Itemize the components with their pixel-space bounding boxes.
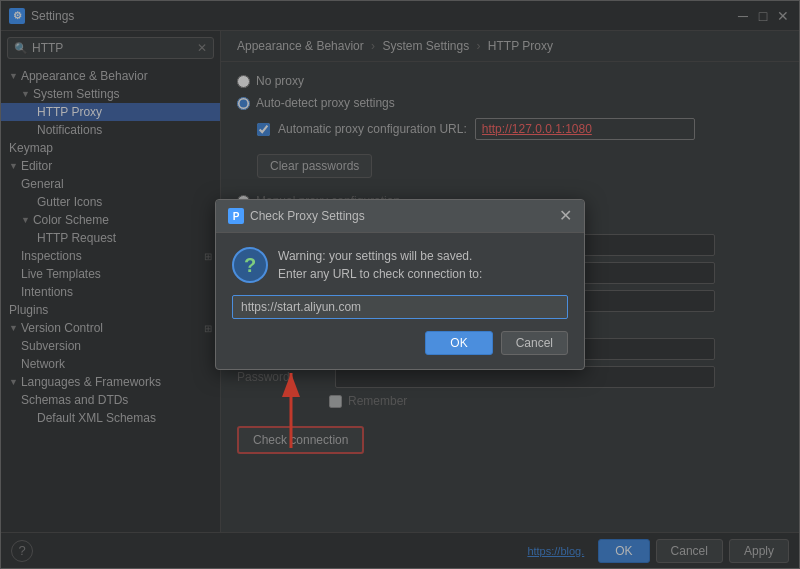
dialog-overlay: P Check Proxy Settings ✕ ? Warning: your… bbox=[1, 1, 799, 568]
dialog-title-bar: P Check Proxy Settings ✕ bbox=[216, 200, 584, 233]
dialog-buttons: OK Cancel bbox=[232, 331, 568, 355]
svg-text:P: P bbox=[233, 211, 240, 222]
arrow-indicator bbox=[261, 363, 341, 453]
dialog-ok-button[interactable]: OK bbox=[425, 331, 492, 355]
dialog-body: ? Warning: your settings will be saved. … bbox=[216, 233, 584, 369]
dialog-url-input[interactable] bbox=[232, 295, 568, 319]
dialog-warning-text: Warning: your settings will be saved. En… bbox=[278, 247, 482, 283]
dialog-question-icon: ? bbox=[232, 247, 268, 283]
dialog-warning-line2: Enter any URL to check connection to: bbox=[278, 265, 482, 283]
check-proxy-dialog: P Check Proxy Settings ✕ ? Warning: your… bbox=[215, 199, 585, 370]
dialog-close-button[interactable]: ✕ bbox=[559, 208, 572, 224]
dialog-cancel-button[interactable]: Cancel bbox=[501, 331, 568, 355]
dialog-content-row: ? Warning: your settings will be saved. … bbox=[232, 247, 568, 283]
dialog-warning-line1: Warning: your settings will be saved. bbox=[278, 247, 482, 265]
dialog-title-icon: P bbox=[228, 208, 244, 224]
dialog-title: Check Proxy Settings bbox=[250, 209, 559, 223]
settings-window: ⚙ Settings ─ □ ✕ 🔍 ✕ ▼ Appearance & Beha… bbox=[0, 0, 800, 569]
